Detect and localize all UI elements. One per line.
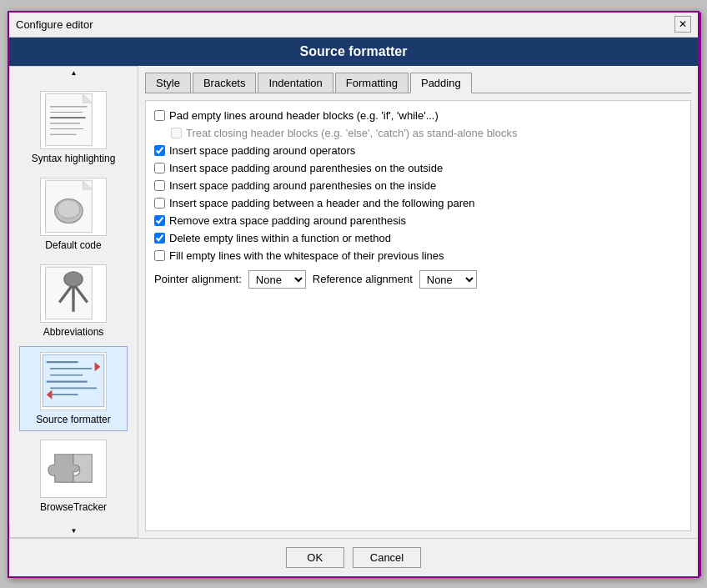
option-treat-closing-label: Treat closing header blocks (e.g. 'else'… (186, 127, 517, 139)
main-panel: Style Brackets Indentation Formatting Pa… (138, 66, 698, 538)
tab-style[interactable]: Style (145, 73, 191, 93)
sidebar-item-browse-tracker-label: BrowseTracker (40, 501, 107, 513)
option-fill-empty-lines-label: Fill empty lines with the whitespace of … (169, 249, 444, 262)
content-area: ▲ (9, 66, 698, 538)
sidebar-item-default-code-label: Default code (45, 239, 101, 251)
padding-panel: Pad empty lines around header blocks (e.… (145, 100, 691, 531)
option-space-padding-inside-wrapper[interactable]: Insert space padding around parenthesies… (154, 179, 436, 192)
option-treat-closing-checkbox-wrapper[interactable]: Treat closing header blocks (e.g. 'else'… (171, 127, 517, 139)
svg-point-11 (58, 200, 80, 219)
tab-padding[interactable]: Padding (410, 73, 472, 93)
option-space-padding-outside-row: Insert space padding around parenthesies… (154, 162, 682, 174)
cancel-button[interactable]: Cancel (353, 547, 421, 568)
option-treat-closing-row: Treat closing header blocks (e.g. 'else'… (154, 127, 682, 139)
option-space-padding-inside-checkbox[interactable] (154, 180, 165, 191)
syntax-highlighting-icon (40, 91, 107, 149)
option-remove-extra-space-row: Remove extra space padding around parent… (154, 214, 682, 227)
dialog-title: Configure editor (16, 18, 93, 31)
option-pad-empty-lines-row: Pad empty lines around header blocks (e.… (154, 109, 682, 122)
option-fill-empty-lines-wrapper[interactable]: Fill empty lines with the whitespace of … (154, 249, 444, 262)
option-space-padding-header-label: Insert space padding between a header an… (169, 197, 474, 209)
configure-editor-dialog: Configure editor ✕ Source formatter ▲ (8, 11, 699, 578)
browse-tracker-icon (40, 440, 107, 498)
sidebar-item-abbreviations[interactable]: Abbreviations (19, 259, 128, 343)
sidebar-list: Syntax highlighting Default code (9, 79, 138, 525)
svg-point-13 (64, 272, 83, 287)
sidebar: ▲ (9, 66, 138, 538)
option-pad-empty-lines-checkbox-wrapper[interactable]: Pad empty lines around header blocks (e.… (154, 109, 439, 122)
title-bar: Configure editor ✕ (9, 13, 698, 38)
sidebar-item-abbreviations-label: Abbreviations (43, 326, 104, 338)
option-space-padding-operators-label: Insert space padding around operators (169, 144, 355, 157)
sidebar-item-browse-tracker[interactable]: BrowseTracker (19, 435, 128, 518)
sidebar-item-source-formatter[interactable]: Source formatter (19, 346, 128, 431)
sidebar-item-source-formatter-label: Source formatter (36, 414, 110, 425)
ok-button[interactable]: OK (286, 547, 344, 568)
tab-indentation[interactable]: Indentation (258, 73, 333, 93)
option-space-padding-operators-wrapper[interactable]: Insert space padding around operators (154, 144, 355, 157)
option-fill-empty-lines-checkbox[interactable] (154, 250, 165, 261)
sidebar-scroll-down[interactable]: ▼ (9, 525, 138, 538)
option-remove-extra-space-wrapper[interactable]: Remove extra space padding around parent… (154, 214, 406, 227)
pointer-alignment-select[interactable]: None Type Middle Name (248, 270, 306, 289)
option-treat-closing-checkbox (171, 128, 182, 138)
option-pad-empty-lines-checkbox[interactable] (154, 110, 165, 121)
option-space-padding-operators-checkbox[interactable] (154, 145, 165, 156)
dialog-header: Source formatter (9, 38, 698, 66)
default-code-icon (40, 178, 107, 236)
alignment-row: Pointer alignment: None Type Middle Name… (154, 270, 682, 289)
reference-alignment-select[interactable]: None Type Middle Name (419, 270, 477, 289)
tabs-bar: Style Brackets Indentation Formatting Pa… (145, 73, 691, 93)
option-delete-empty-lines-checkbox[interactable] (154, 233, 165, 244)
option-pad-empty-lines-label: Pad empty lines around header blocks (e.… (169, 109, 439, 122)
option-space-padding-outside-wrapper[interactable]: Insert space padding around parenthesies… (154, 162, 443, 174)
option-delete-empty-lines-label: Delete empty lines within a function or … (169, 232, 391, 244)
option-space-padding-header-wrapper[interactable]: Insert space padding between a header an… (154, 197, 474, 209)
sidebar-item-syntax-highlighting-label: Syntax highlighting (32, 153, 116, 164)
option-delete-empty-lines-wrapper[interactable]: Delete empty lines within a function or … (154, 232, 391, 244)
dialog-footer: OK Cancel (9, 538, 698, 576)
source-formatter-icon (40, 352, 107, 410)
sidebar-item-default-code[interactable]: Default code (19, 173, 128, 256)
option-delete-empty-lines-row: Delete empty lines within a function or … (154, 232, 682, 244)
option-space-padding-header-checkbox[interactable] (154, 198, 165, 209)
option-space-padding-inside-row: Insert space padding around parenthesies… (154, 179, 682, 192)
option-space-padding-outside-label: Insert space padding around parenthesies… (169, 162, 443, 174)
tab-formatting[interactable]: Formatting (335, 73, 409, 93)
option-remove-extra-space-label: Remove extra space padding around parent… (169, 214, 406, 227)
tab-brackets[interactable]: Brackets (193, 73, 257, 93)
option-remove-extra-space-checkbox[interactable] (154, 215, 165, 226)
option-space-padding-inside-label: Insert space padding around parenthesies… (169, 179, 436, 192)
option-fill-empty-lines-row: Fill empty lines with the whitespace of … (154, 249, 682, 262)
sidebar-item-syntax-highlighting[interactable]: Syntax highlighting (19, 86, 128, 169)
pointer-alignment-label: Pointer alignment: (154, 273, 242, 285)
option-space-padding-header-row: Insert space padding between a header an… (154, 197, 682, 209)
abbreviations-icon (40, 264, 107, 323)
option-space-padding-outside-checkbox[interactable] (154, 163, 165, 173)
option-space-padding-operators-row: Insert space padding around operators (154, 144, 682, 157)
sidebar-scroll-up[interactable]: ▲ (9, 66, 138, 79)
close-button[interactable]: ✕ (674, 16, 691, 33)
reference-alignment-label: Reference alignment (313, 273, 413, 285)
